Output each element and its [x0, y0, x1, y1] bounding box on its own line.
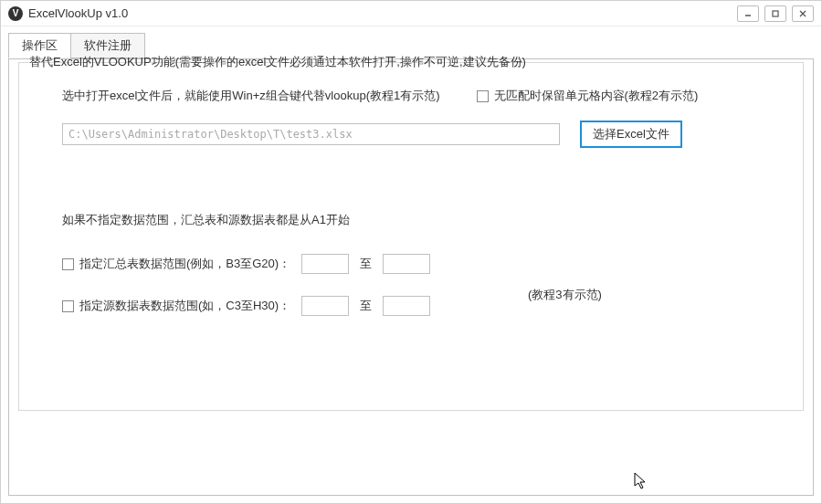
range2-start-input[interactable]	[301, 296, 349, 316]
range-row-source: 指定源数据表数据范围(如，C3至H30)： 至	[62, 296, 787, 316]
range1-end-input[interactable]	[383, 254, 430, 274]
titlebar: V ExcelVlookUp v1.0	[1, 1, 821, 26]
close-button[interactable]	[792, 5, 814, 22]
range-row-summary: 指定汇总表数据范围(例如，B3至G20)： 至	[62, 254, 787, 274]
groupbox-title: 替代Excel的VLOOKUP功能(需要操作的excel文件必须通过本软件打开,…	[26, 54, 530, 70]
range1-sep: 至	[360, 256, 372, 272]
svg-rect-1	[773, 11, 778, 16]
app-window: V ExcelVlookUp v1.0 操作区 软件注册 替代Excel的VLO…	[0, 0, 822, 504]
range1-label: 指定汇总表数据范围(例如，B3至G20)：	[79, 256, 290, 272]
cursor-icon	[634, 472, 648, 493]
tab-panel: 替代Excel的VLOOKUP功能(需要操作的excel文件必须通过本软件打开,…	[8, 58, 814, 496]
range2-sep: 至	[360, 298, 372, 314]
range2-end-input[interactable]	[383, 296, 430, 316]
groupbox-border	[18, 62, 804, 411]
app-icon: V	[8, 6, 23, 21]
checkbox-source[interactable]	[62, 300, 74, 312]
groupbox-main: 替代Excel的VLOOKUP功能(需要操作的excel文件必须通过本软件打开,…	[16, 62, 806, 413]
titlebar-left: V ExcelVlookUp v1.0	[8, 6, 128, 21]
checkbox-source-wrap[interactable]: 指定源数据表数据范围(如，C3至H30)：	[62, 298, 290, 314]
tutorial3-note: (教程3有示范)	[528, 287, 602, 303]
range1-start-input[interactable]	[301, 254, 349, 274]
window-controls	[737, 5, 814, 22]
minimize-button[interactable]	[737, 5, 759, 22]
checkbox-summary-wrap[interactable]: 指定汇总表数据范围(例如，B3至G20)：	[62, 256, 290, 272]
range2-label: 指定源数据表数据范围(如，C3至H30)：	[79, 298, 290, 314]
window-title: ExcelVlookUp v1.0	[28, 6, 128, 20]
checkbox-summary[interactable]	[62, 258, 74, 270]
maximize-button[interactable]	[764, 5, 786, 22]
range-section: 指定汇总表数据范围(例如，B3至G20)： 至 指定源数据表数据范围(如，C3至…	[35, 254, 787, 316]
content-area: 操作区 软件注册 替代Excel的VLOOKUP功能(需要操作的excel文件必…	[1, 26, 821, 503]
